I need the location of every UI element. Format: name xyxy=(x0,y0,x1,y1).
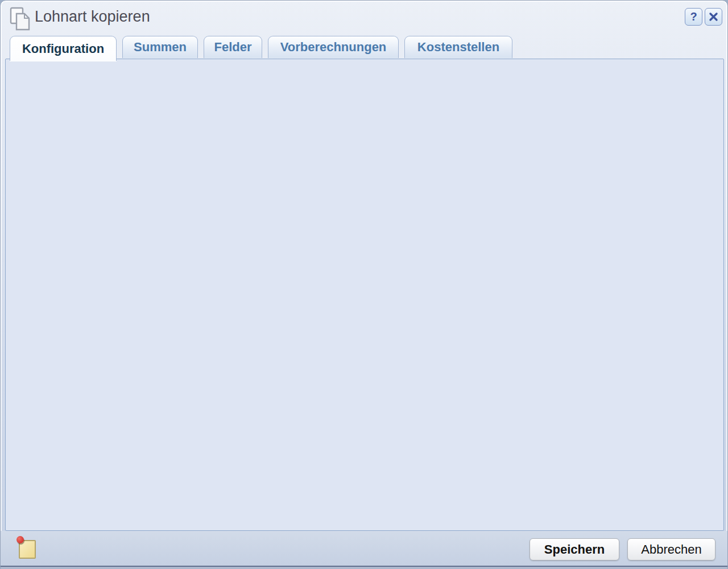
sticky-note-icon[interactable] xyxy=(19,540,36,559)
help-button[interactable]: ? xyxy=(685,8,702,26)
tab-kostenstellen[interactable]: Kostenstellen xyxy=(404,36,512,58)
save-button[interactable]: Speichern xyxy=(530,538,619,560)
tab-vorberechnungen[interactable]: Vorberechnungen xyxy=(268,36,399,58)
copy-pages-icon xyxy=(10,7,30,31)
tab-bar: Konfiguration Summen Felder Vorberechnun… xyxy=(10,36,512,61)
close-button[interactable] xyxy=(705,8,722,26)
tab-konfiguration[interactable]: Konfiguration xyxy=(10,36,117,61)
window-bottom-edge xyxy=(1,566,728,567)
configuration-panel xyxy=(5,59,724,531)
page-title: Lohnart kopieren xyxy=(35,8,150,26)
dialog-lohnart-kopieren: Lohnart kopieren ? Konfiguration Summen … xyxy=(0,0,728,569)
pin-icon xyxy=(16,536,24,543)
tab-summen[interactable]: Summen xyxy=(122,36,198,58)
tab-felder[interactable]: Felder xyxy=(204,36,262,58)
close-icon xyxy=(709,12,718,22)
cancel-button[interactable]: Abbrechen xyxy=(627,538,715,560)
titlebar: Lohnart kopieren ? xyxy=(1,1,728,35)
